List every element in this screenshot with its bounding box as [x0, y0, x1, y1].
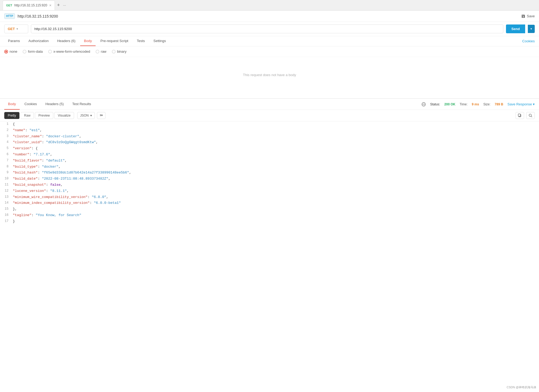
size-value: 789 B: [495, 102, 503, 106]
line-content: "cluster_uuid": "dC8v3zOoQgGWqgt0smdKtw"…: [13, 140, 98, 145]
line-content: "build_snapshot": false,: [13, 182, 63, 188]
line-content: "build_date": "2022-08-23T11:08:48.89337…: [13, 176, 111, 182]
json-key: "build_hash": [13, 171, 38, 175]
radio-urlencoded: [48, 50, 52, 53]
json-line: 2 "name": "es1",: [0, 127, 539, 134]
json-key: "cluster_name": [13, 134, 42, 138]
send-chevron-button[interactable]: ▾: [528, 25, 535, 33]
tab-bar: GET http://16.32.15.115:920 × + ···: [0, 0, 539, 11]
line-content: "minimum_index_compatibility_version": "…: [13, 200, 121, 206]
radio-form-data: [23, 50, 26, 53]
json-key: "build_type": [13, 165, 38, 169]
response-tab-body[interactable]: Body: [4, 99, 20, 110]
json-format-select[interactable]: JSON ▾: [77, 112, 95, 119]
json-key: "number": [13, 152, 29, 156]
method-select[interactable]: GET ▾: [4, 24, 28, 33]
json-punct: :: [38, 165, 42, 169]
new-tab-button[interactable]: +: [55, 2, 62, 8]
tab-headers[interactable]: Headers (6): [54, 36, 79, 46]
json-string: "2022-08-23T11:08:48.893373482Z": [42, 177, 108, 181]
tab-close-icon[interactable]: ×: [49, 3, 51, 7]
body-option-form-data[interactable]: form-data: [23, 49, 43, 53]
tab-body[interactable]: Body: [80, 36, 96, 46]
json-line: 4 "cluster_uuid": "dC8v3zOoQgGWqgt0smdKt…: [0, 139, 539, 146]
json-line: 7 "build_flavor": "default",: [0, 158, 539, 164]
body-option-raw-label: raw: [101, 49, 107, 53]
format-raw-button[interactable]: Raw: [21, 112, 34, 119]
body-option-none[interactable]: none: [4, 49, 17, 53]
format-pretty-button[interactable]: Pretty: [4, 112, 19, 119]
url-input[interactable]: [31, 24, 503, 33]
body-option-raw[interactable]: raw: [96, 49, 107, 53]
send-button[interactable]: Send: [506, 24, 525, 33]
line-number: 6: [0, 152, 13, 158]
status-value: 200 OK: [444, 102, 455, 106]
tab-method: GET: [6, 4, 12, 7]
body-option-binary[interactable]: binary: [112, 49, 126, 53]
response-tab-cookies[interactable]: Cookies: [21, 99, 41, 110]
line-content: "lucene_version": "8.11.1",: [13, 188, 69, 194]
tab-more-icon[interactable]: ···: [63, 3, 66, 7]
response-tab-headers[interactable]: Headers (5): [42, 99, 68, 110]
search-button[interactable]: [526, 112, 535, 119]
json-punct: :: [42, 140, 46, 144]
json-string: "dC8v3zOoQgGWqgt0smdKtw": [46, 140, 96, 144]
line-number: 9: [0, 170, 13, 176]
line-number: 13: [0, 195, 13, 200]
address-bar: HTTP http://16.32.15.115:9200 Save: [0, 11, 539, 22]
save-button[interactable]: Save: [521, 14, 535, 18]
tab-params[interactable]: Params: [4, 36, 24, 46]
json-key: "build_date": [13, 177, 38, 181]
body-option-binary-label: binary: [117, 49, 126, 53]
copy-icon: [518, 114, 522, 117]
line-number: 15: [0, 207, 13, 212]
tab-tests[interactable]: Tests: [133, 36, 149, 46]
cookies-link[interactable]: Cookies: [522, 39, 535, 43]
body-option-form-data-label: form-data: [28, 49, 43, 53]
tab-url: http://16.32.15.115:920: [14, 3, 47, 7]
body-option-urlencoded[interactable]: x-www-form-urlencoded: [48, 49, 90, 53]
json-punct: ,: [40, 128, 42, 132]
json-string: "7.17.6": [34, 152, 50, 156]
response-tabs: Body Cookies Headers (5) Test Results St…: [0, 99, 539, 110]
radio-binary: [112, 50, 116, 53]
radio-none: [4, 50, 8, 53]
active-tab[interactable]: GET http://16.32.15.115:920 ×: [3, 1, 55, 10]
json-punct: {: [36, 146, 38, 150]
json-key: "tagline": [13, 213, 31, 217]
time-value: 9 ms: [472, 102, 479, 106]
json-string: "docker-cluster": [46, 134, 79, 138]
json-punct: :: [31, 213, 36, 217]
copy-button[interactable]: [516, 112, 524, 119]
json-format-label: JSON: [80, 114, 89, 117]
json-punct: :: [38, 177, 42, 181]
json-line: 14 "minimum_index_compatibility_version"…: [0, 200, 539, 206]
json-line: 15 },: [0, 206, 539, 212]
line-number: 5: [0, 146, 13, 151]
format-visualize-button[interactable]: Visualize: [54, 112, 74, 119]
format-preview-button[interactable]: Preview: [35, 112, 53, 119]
json-line: 8 "build_type": "docker",: [0, 164, 539, 170]
response-tab-test-results[interactable]: Test Results: [68, 99, 95, 110]
json-key: "minimum_wire_compatibility_version": [13, 195, 88, 199]
radio-raw: [96, 50, 99, 53]
json-punct: }: [13, 219, 15, 223]
json-bool: false: [50, 183, 60, 187]
tab-authorization[interactable]: Authorization: [25, 36, 52, 46]
json-line: 16 "tagline": "You Know, for Search": [0, 212, 539, 218]
wrap-icon: [99, 114, 103, 117]
json-line: 13 "minimum_wire_compatibility_version":…: [0, 194, 539, 200]
response-status-bar: Status: 200 OK Time: 9 ms Size: 789 B Sa…: [422, 102, 535, 106]
line-number: 10: [0, 176, 13, 182]
tab-pre-request[interactable]: Pre-request Script: [97, 36, 132, 46]
save-label: Save: [527, 14, 535, 18]
save-response-button[interactable]: Save Response ▾: [508, 102, 535, 106]
line-number: 2: [0, 128, 13, 133]
line-number: 12: [0, 188, 13, 194]
format-bar: Pretty Raw Preview Visualize JSON ▾: [0, 110, 539, 121]
json-content: 1{2 "name": "es1",3 "cluster_name": "doc…: [0, 121, 539, 225]
wrap-button[interactable]: [97, 112, 105, 119]
tab-settings[interactable]: Settings: [150, 36, 170, 46]
json-punct: ,: [50, 152, 52, 156]
line-content: "version": {: [13, 146, 38, 151]
